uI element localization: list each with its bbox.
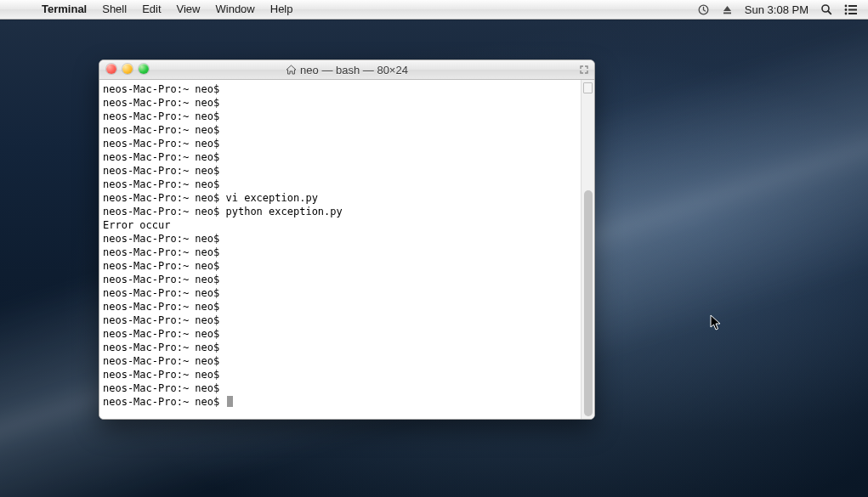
home-icon: [286, 65, 297, 75]
eject-icon: [722, 4, 733, 15]
terminal-line: neos-Mac-Pro:~ neo$: [103, 232, 577, 246]
terminal-line: neos-Mac-Pro:~ neo$: [103, 368, 577, 381]
mouse-cursor-icon: [710, 314, 722, 334]
svg-point-8: [845, 12, 848, 14]
terminal-line: neos-Mac-Pro:~ neo$: [103, 313, 577, 327]
apple-menu[interactable]: [0, 0, 34, 19]
terminal-line: neos-Mac-Pro:~ neo$: [103, 164, 577, 178]
terminal-line: neos-Mac-Pro:~ neo$: [103, 354, 577, 368]
window-minimize-button[interactable]: [122, 64, 133, 74]
time-machine-menu-extra[interactable]: [691, 0, 716, 19]
svg-rect-9: [848, 13, 857, 14]
window-fullscreen-button[interactable]: [578, 64, 590, 76]
terminal-body: neos-Mac-Pro:~ neo$ neos-Mac-Pro:~ neo$ …: [99, 80, 594, 420]
clock-arrow-icon: [697, 3, 710, 16]
terminal-line: neos-Mac-Pro:~ neo$: [103, 82, 577, 96]
terminal-line: neos-Mac-Pro:~ neo$ python exception.py: [103, 205, 577, 218]
terminal-line: neos-Mac-Pro:~ neo$: [103, 178, 577, 191]
terminal-line: neos-Mac-Pro:~ neo$: [103, 286, 577, 300]
terminal-line: neos-Mac-Pro:~ neo$: [103, 137, 577, 150]
svg-rect-7: [848, 8, 857, 10]
window-title: neo — bash — 80×24: [286, 64, 408, 76]
window-title-text: neo — bash — 80×24: [300, 64, 408, 76]
terminal-line: neos-Mac-Pro:~ neo$: [103, 381, 577, 395]
terminal-line: neos-Mac-Pro:~ neo$: [103, 259, 577, 273]
menu-help[interactable]: Help: [263, 0, 301, 19]
menu-shell[interactable]: Shell: [94, 0, 134, 19]
svg-line-3: [828, 11, 831, 14]
list-icon: [844, 4, 857, 15]
terminal-line: neos-Mac-Pro:~ neo$: [103, 327, 577, 341]
scrollbar-top-indicator: [583, 82, 593, 93]
window-titlebar[interactable]: neo — bash — 80×24: [99, 60, 594, 80]
desktop: Terminal Shell Edit View Window Help Sun…: [0, 0, 868, 497]
svg-point-6: [845, 8, 848, 11]
svg-point-4: [845, 4, 848, 7]
app-menu-terminal[interactable]: Terminal: [34, 0, 94, 19]
notification-center-menu-extra[interactable]: [838, 0, 863, 19]
menu-view[interactable]: View: [169, 0, 208, 19]
terminal-line: neos-Mac-Pro:~ neo$: [103, 246, 577, 259]
terminal-line: neos-Mac-Pro:~ neo$ vi exception.py: [103, 191, 577, 205]
terminal-line: neos-Mac-Pro:~ neo$: [103, 150, 577, 164]
terminal-line: neos-Mac-Pro:~ neo$: [103, 96, 577, 110]
terminal-line: neos-Mac-Pro:~ neo$: [103, 273, 577, 286]
svg-rect-5: [848, 5, 857, 7]
eject-menu-extra[interactable]: [716, 0, 739, 19]
scrollbar-thumb[interactable]: [584, 190, 593, 416]
svg-rect-1: [723, 12, 731, 14]
terminal-line: neos-Mac-Pro:~ neo$: [103, 123, 577, 137]
terminal-window[interactable]: neo — bash — 80×24 neos-Mac-Pro:~ neo$ n…: [99, 59, 595, 420]
menu-window[interactable]: Window: [208, 0, 263, 19]
terminal-line: neos-Mac-Pro:~ neo$: [103, 341, 577, 354]
scrollbar[interactable]: [581, 80, 594, 420]
spotlight-menu-extra[interactable]: [814, 0, 838, 19]
window-zoom-button[interactable]: [139, 64, 149, 74]
terminal-cursor: [227, 396, 233, 407]
terminal-output[interactable]: neos-Mac-Pro:~ neo$ neos-Mac-Pro:~ neo$ …: [99, 80, 581, 420]
window-close-button[interactable]: [106, 64, 116, 74]
terminal-line: neos-Mac-Pro:~ neo$: [103, 395, 577, 409]
clock-menu-extra[interactable]: Sun 3:08 PM: [739, 0, 814, 19]
terminal-line: Error occur: [103, 218, 577, 232]
menu-bar: Terminal Shell Edit View Window Help Sun…: [0, 0, 868, 20]
terminal-line: neos-Mac-Pro:~ neo$: [103, 300, 577, 313]
search-icon: [820, 3, 832, 15]
terminal-line: neos-Mac-Pro:~ neo$: [103, 110, 577, 123]
menu-edit[interactable]: Edit: [134, 0, 168, 19]
